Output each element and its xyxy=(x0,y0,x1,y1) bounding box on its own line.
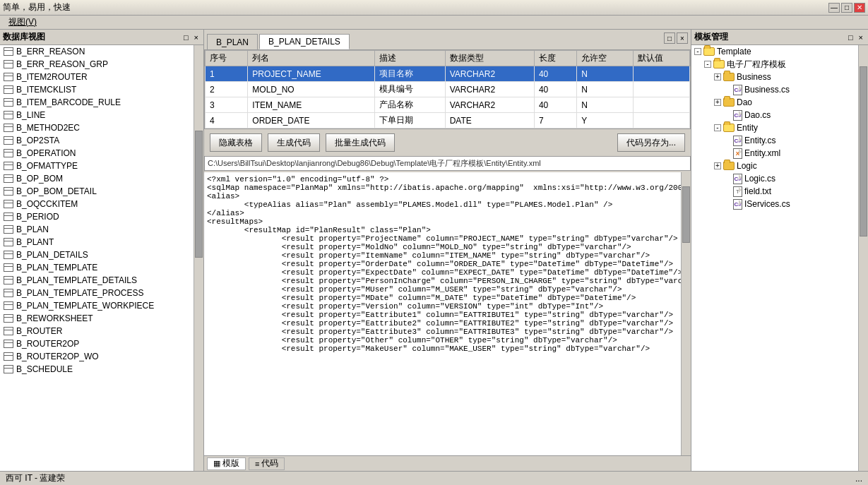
right-tree-item-label: Dao.cs xyxy=(744,110,771,120)
right-tree-item-label: Template xyxy=(717,47,751,56)
bottom-tab-label: 模版 xyxy=(222,457,239,469)
sidebar-item-b_err_reason_grp[interactable]: B_ERR_REASON_GRP xyxy=(0,58,194,71)
table-row[interactable]: 1PROJECT_NAME项目名称VARCHAR240N xyxy=(206,66,690,82)
right-panel-close-icon[interactable]: × xyxy=(857,32,865,42)
batch-generate-button[interactable]: 批量生成代码 xyxy=(326,133,395,152)
right-tree-item-business[interactable]: +Business xyxy=(691,71,868,83)
menu-view[interactable]: 视图(V) xyxy=(3,15,42,30)
sidebar-item-b_plan_template_workpiece[interactable]: B_PLAN_TEMPLATE_WORKPIECE xyxy=(0,299,194,312)
right-tree-item-entity[interactable]: -Entity xyxy=(691,121,868,134)
sidebar-item-b_router[interactable]: B_ROUTER xyxy=(0,325,194,337)
left-tree[interactable]: B_ERR_REASONB_ERR_REASON_GRPB_ITEM2ROUTE… xyxy=(0,45,194,471)
right-tree-item-label: Entity.cs xyxy=(744,136,775,145)
sidebar-item-label: B_OPERATION xyxy=(16,148,76,158)
folder-icon xyxy=(723,162,735,170)
sidebar-item-b_reworksheet[interactable]: B_REWORKSHEET xyxy=(0,312,194,325)
table-row[interactable]: 3ITEM_NAME产品名称VARCHAR240N xyxy=(206,97,690,113)
sidebar-item-b_operation[interactable]: B_OPERATION xyxy=(0,147,194,160)
expand-icon[interactable]: - xyxy=(714,124,721,131)
sidebar-item-b_router2op[interactable]: B_ROUTER2OP xyxy=(0,337,194,350)
sidebar-item-label: B_PLAN_TEMPLATE_DETAILS xyxy=(16,275,137,285)
right-tree-item-电子厂程序模板[interactable]: -电子厂程序模板 xyxy=(691,58,868,71)
bottom-tab-代码[interactable]: ≡代码 xyxy=(249,457,285,470)
table-icon xyxy=(3,263,14,273)
hide-table-button[interactable]: 隐藏表格 xyxy=(210,133,262,152)
folder-icon xyxy=(723,98,735,107)
sidebar-item-b_plant[interactable]: B_PLANT xyxy=(0,236,194,249)
sidebar-item-b_schedule[interactable]: B_SCHEDULE xyxy=(0,363,194,376)
right-tree-item-dao[interactable]: +Dao xyxy=(691,96,868,109)
expand-icon[interactable]: + xyxy=(714,99,721,106)
sidebar-item-b_period[interactable]: B_PERIOD xyxy=(0,210,194,223)
generate-code-button[interactable]: 生成代码 xyxy=(268,133,320,152)
sidebar-item-b_oqcckitem[interactable]: B_OQCCKITEM xyxy=(0,198,194,210)
expand-icon[interactable]: + xyxy=(714,73,721,80)
left-scroll-thumb[interactable] xyxy=(195,131,203,258)
table-icon xyxy=(3,136,14,145)
sidebar-item-b_ofmattype[interactable]: B_OFMATTYPE xyxy=(0,160,194,172)
right-tree-item-label: Entity.xml xyxy=(744,148,780,158)
bottom-tab-label: 代码 xyxy=(261,457,278,469)
sidebar-item-b_err_reason[interactable]: B_ERR_REASON xyxy=(0,45,194,58)
sidebar-item-b_plan_template_details[interactable]: B_PLAN_TEMPLATE_DETAILS xyxy=(0,274,194,287)
grid-icon: ▦ xyxy=(213,459,220,468)
left-panel-title: 数据库视图 xyxy=(3,31,45,43)
left-panel-restore-icon[interactable]: □ xyxy=(182,32,191,42)
sidebar-item-b_op_bom[interactable]: B_OP_BOM xyxy=(0,172,194,185)
sidebar-item-b_plan[interactable]: B_PLAN xyxy=(0,223,194,236)
bottom-tab-模版[interactable]: ▦模版 xyxy=(207,457,246,470)
sidebar-item-b_op2sta[interactable]: B_OP2STA xyxy=(0,134,194,147)
titlebar-title: 简单，易用，快速 xyxy=(3,1,71,13)
folder-icon xyxy=(723,73,735,81)
sidebar-item-b_method2ec[interactable]: B_METHOD2EC xyxy=(0,121,194,134)
maximize-button[interactable]: □ xyxy=(841,3,852,13)
sidebar-item-b_plan_template[interactable]: B_PLAN_TEMPLATE xyxy=(0,261,194,274)
sidebar-item-b_itemcklist[interactable]: B_ITEMCKLIST xyxy=(0,83,194,96)
left-panel-close-icon[interactable]: × xyxy=(192,32,201,42)
right-panel-restore-icon[interactable]: □ xyxy=(846,32,855,42)
right-tree: -Template-电子厂程序模板+BusinessC#Business.cs+… xyxy=(691,45,868,471)
sidebar-item-b_router2op_wo[interactable]: B_ROUTER2OP_WO xyxy=(0,350,194,363)
minimize-button[interactable]: — xyxy=(828,3,840,13)
table-row[interactable]: 2MOLD_NO模具编号VARCHAR240N xyxy=(206,82,690,97)
tab-b-plan[interactable]: B_PLAN xyxy=(207,34,258,49)
table-icon xyxy=(3,186,14,196)
code-scrollbar-right[interactable] xyxy=(681,172,691,455)
sidebar-item-b_plan_details[interactable]: B_PLAN_DETAILS xyxy=(0,249,194,261)
table-col-header: 描述 xyxy=(375,51,445,66)
sidebar-item-label: B_REWORKSHEET xyxy=(16,313,93,323)
expand-icon[interactable]: + xyxy=(714,162,721,169)
right-tree-item-label: Entity xyxy=(737,123,758,133)
table-icon xyxy=(3,110,14,120)
right-tree-item-template[interactable]: -Template xyxy=(691,45,868,58)
sidebar-item-label: B_PLANT xyxy=(16,237,54,247)
panel-close-button[interactable]: × xyxy=(677,32,688,44)
sidebar-item-label: B_OP2STA xyxy=(16,136,59,145)
table-row[interactable]: 4ORDER_DATE下单日期DATE7Y xyxy=(206,113,690,128)
expand-icon[interactable]: - xyxy=(704,61,711,68)
right-scrollbar[interactable] xyxy=(858,45,868,471)
expand-icon[interactable]: - xyxy=(694,48,701,55)
titlebar-controls: — □ ✕ xyxy=(828,3,865,13)
right-tree-item-dao-cs: C#Dao.cs xyxy=(691,109,868,121)
right-tree-item-label: field.txt xyxy=(744,186,771,196)
sidebar-item-label: B_OP_BOM xyxy=(16,174,63,184)
left-panel-header: 数据库视图 □ × xyxy=(0,30,203,45)
table-col-header: 列名 xyxy=(248,51,375,66)
folder-icon xyxy=(713,60,725,68)
tab-b-plan-details[interactable]: B_PLAN_DETAILS xyxy=(259,34,350,49)
sidebar-item-b_item_barcode_rule[interactable]: B_ITEM_BARCODE_RULE xyxy=(0,96,194,109)
sidebar-item-b_line[interactable]: B_LINE xyxy=(0,109,194,121)
statusbar-left: 西可 IT - 蓝建荣 xyxy=(6,472,65,484)
sidebar-item-b_item2router[interactable]: B_ITEM2ROUTER xyxy=(0,71,194,83)
panel-restore-button[interactable]: □ xyxy=(664,32,675,44)
sidebar-item-b_plan_template_process[interactable]: B_PLAN_TEMPLATE_PROCESS xyxy=(0,287,194,299)
sidebar-item-b_op_bom_detail[interactable]: B_OP_BOM_DETAIL xyxy=(0,185,194,198)
save-as-button[interactable]: 代码另存为... xyxy=(617,133,685,152)
left-scrollbar[interactable] xyxy=(194,45,203,471)
titlebar: 简单，易用，快速 — □ ✕ xyxy=(0,0,868,16)
right-tree-item-label: 电子厂程序模板 xyxy=(727,59,786,71)
right-tree-item-logic[interactable]: +Logic xyxy=(691,160,868,172)
code-editor[interactable]: <?xml version="1.0" encoding="utf-8" ?> … xyxy=(204,172,681,455)
close-button[interactable]: ✕ xyxy=(854,3,865,13)
